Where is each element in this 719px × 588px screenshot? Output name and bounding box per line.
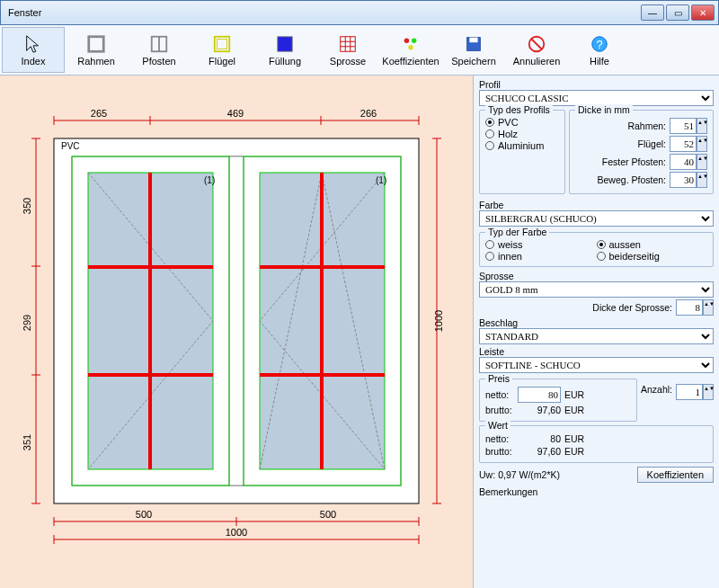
radio-innen[interactable]: innen [485,251,597,262]
sprosse-label: Sprosse [479,271,714,281]
svg-line-17 [532,39,542,49]
tool-label: Annulieren [513,56,561,67]
spin-buttons[interactable]: ▲▼ [697,118,707,134]
sprosse-select[interactable]: GOLD 8 mm [479,281,714,298]
wert-legend: Wert [485,420,510,431]
tool-pfosten[interactable]: Pfosten [128,27,191,73]
tool-fuellung[interactable]: Füllung [253,27,316,73]
fluegel-spinner[interactable] [670,136,697,152]
dicke-mm-legend: Dicke in mm [575,104,633,115]
svg-text:299: 299 [22,315,32,331]
tool-label: Speichern [451,56,496,67]
uw-value: 0,97 W/(m2*K) [498,469,560,480]
svg-rect-4 [217,39,227,49]
tool-label: Hilfe [590,56,609,67]
svg-point-11 [404,38,410,43]
tool-sprosse[interactable]: Sprosse [316,27,379,73]
window-drawing: 265 469 266 350 299 351 1000 500 500 100… [18,102,455,579]
fester-spinner[interactable] [670,154,697,170]
rahmen-spinner[interactable] [670,118,697,134]
tool-label: Pfosten [142,56,175,67]
radio-aussen[interactable]: aussen [597,239,708,250]
drawing-canvas[interactable]: 265 469 266 350 299 351 1000 500 500 100… [0,76,473,588]
dicke-sprosse-spinner[interactable] [676,299,703,316]
tool-label: Sprosse [330,56,366,67]
leiste-select[interactable]: SOFTLINE - SCHUCO [479,357,714,373]
help-icon: ? [590,34,609,54]
titlebar: Fenster — ▭ ✕ [0,0,719,25]
svg-text:500: 500 [320,509,336,520]
svg-text:(1): (1) [204,175,215,185]
wert-netto-value: 80 [518,433,561,444]
window-title: Fenster [4,7,641,18]
tool-rahmen[interactable]: Rahmen [65,27,128,73]
wert-brutto-value: 97,60 [518,446,561,457]
cursor-icon [23,34,43,54]
svg-rect-6 [341,36,356,51]
beweg-spinner[interactable] [670,172,697,188]
svg-rect-5 [278,36,293,51]
farbe-label: Farbe [479,200,714,210]
preis-legend: Preis [485,373,512,384]
tool-koeffizienten[interactable]: Koeffizienten [379,27,442,73]
radio-pvc[interactable]: PVC [485,117,559,128]
svg-text:1000: 1000 [433,310,444,332]
svg-point-12 [412,38,417,43]
svg-text:PVC: PVC [61,141,80,151]
typ-profils-legend: Typ des Profils [485,104,553,115]
tool-annulieren[interactable]: Annulieren [505,27,568,73]
anzahl-spinner[interactable] [676,384,703,400]
cancel-icon [527,34,546,54]
save-icon [464,34,484,54]
preis-brutto-value: 97,60 [518,405,561,415]
tool-label: Index [22,56,46,67]
close-button[interactable]: ✕ [691,4,715,21]
svg-text:469: 469 [227,108,244,119]
coeff-icon [401,34,421,54]
radio-beiderseitig[interactable]: beiderseitig [597,251,708,262]
svg-text:1000: 1000 [226,527,247,538]
minimize-button[interactable]: — [641,4,664,21]
radio-aluminium[interactable]: Aluminium [485,140,559,151]
fill-icon [275,34,295,54]
farbe-select[interactable]: SILBERGRAU (SCHUCO) [479,210,714,227]
tool-hilfe[interactable]: ? Hilfe [568,27,631,73]
profil-label: Profil [479,79,714,90]
properties-panel: Profil SCHUCO CLASSIC Typ des Profils PV… [473,76,719,588]
toolbar: Index Rahmen Pfosten Flügel Füllung Spro… [0,25,719,76]
tool-speichern[interactable]: Speichern [442,27,505,73]
mullion-icon [149,34,169,54]
tool-label: Flügel [209,56,235,67]
frame-icon [86,34,106,54]
svg-rect-53 [229,156,244,486]
svg-text:?: ? [596,37,602,50]
tool-label: Rahmen [77,56,115,67]
svg-rect-0 [89,36,104,51]
tool-label: Füllung [269,56,301,67]
sash-icon [212,34,232,54]
svg-text:266: 266 [360,108,377,119]
preis-netto-input[interactable] [518,387,561,403]
svg-text:351: 351 [22,434,32,450]
svg-point-13 [408,44,413,49]
beschlag-select[interactable]: STANDARD [479,328,714,344]
typ-farbe-legend: Typ der Farbe [485,227,549,237]
grid-icon [338,34,358,54]
radio-holz[interactable]: Holz [485,129,559,139]
bemerkungen-label: Bemerkungen [479,486,714,497]
radio-weiss[interactable]: weiss [485,239,597,250]
svg-text:500: 500 [136,509,152,520]
svg-text:265: 265 [91,108,107,119]
koeffizienten-button[interactable]: Koeffizienten [637,467,714,483]
tool-label: Koeffizienten [382,56,439,67]
maximize-button[interactable]: ▭ [666,4,689,21]
tool-fluegel[interactable]: Flügel [191,27,253,73]
leiste-label: Leiste [479,346,714,357]
tool-index[interactable]: Index [2,27,65,73]
svg-rect-15 [469,37,477,42]
beschlag-label: Beschlag [479,317,714,328]
svg-text:350: 350 [22,198,32,214]
